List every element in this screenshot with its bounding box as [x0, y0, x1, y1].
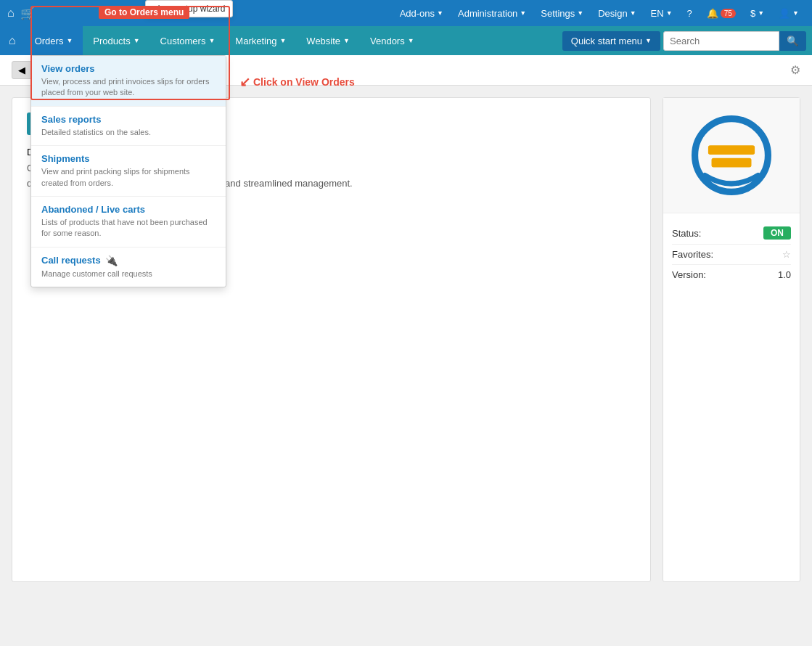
notifications-bell[interactable]: 🔔 75: [701, 5, 742, 22]
quick-start-chevron: ▼: [645, 37, 652, 44]
home-icon[interactable]: ⌂: [7, 7, 15, 20]
marketing-label: Marketing: [235, 36, 276, 46]
notification-badge: 75: [721, 9, 736, 18]
sidebar-panel: Status: ON Favorites: ☆ Version: 1.0: [663, 97, 800, 582]
home-button[interactable]: ⌂: [0, 26, 25, 55]
orders-menu-annotation-label: Go to Orders menu: [99, 6, 189, 19]
user-chevron: ▼: [792, 9, 799, 17]
click-annotation: ↙ Click on View Orders: [239, 74, 355, 90]
shipments-desc: View and print packing slips for shipmen…: [41, 166, 216, 189]
settings-label: Settings: [541, 8, 575, 19]
status-badge: ON: [763, 226, 791, 240]
administration-label: Administration: [458, 8, 517, 19]
abandoned-label: Abandoned / Live carts: [41, 204, 145, 215]
version-row: Version: 1.0: [672, 265, 791, 285]
back-icon: ◀: [18, 65, 25, 75]
nav-right: Quick start menu ▼ 🔍: [562, 26, 812, 55]
user-menu[interactable]: 👤 ▼: [773, 5, 805, 22]
nav-items: Orders ▼ Products ▼ Customers ▼ Marketin…: [25, 26, 562, 55]
abandoned-title: Abandoned / Live carts: [41, 204, 216, 215]
marketing-chevron: ▼: [279, 37, 286, 44]
search-box: 🔍: [663, 31, 806, 51]
view-orders-title: View orders: [41, 63, 216, 74]
addon-logo-svg: [692, 115, 771, 195]
customers-nav-item[interactable]: Customers ▼: [150, 26, 226, 55]
abandoned-carts-item[interactable]: Abandoned / Live carts Lists of products…: [31, 197, 226, 248]
addon-info: Status: ON Favorites: ☆ Version: 1.0: [663, 213, 800, 293]
svg-rect-2: [712, 158, 752, 168]
call-requests-item[interactable]: Call requests 🔌 Manage customer call req…: [31, 248, 226, 287]
help-icon[interactable]: ?: [681, 5, 698, 22]
orders-chevron: ▼: [66, 37, 73, 44]
quick-start-label: Quick start menu: [571, 36, 642, 46]
favorites-star-icon[interactable]: ☆: [782, 249, 791, 260]
marketing-nav-item[interactable]: Marketing ▼: [225, 26, 296, 55]
language-menu[interactable]: EN ▼: [645, 5, 678, 22]
main-nav: ⌂ Orders ▼ Products ▼ Customers ▼ Market…: [0, 26, 812, 55]
addon-logo-area: [663, 98, 800, 213]
cart-icon[interactable]: 🛒: [20, 7, 35, 20]
settings-menu[interactable]: Settings ▼: [535, 5, 589, 22]
shipments-item[interactable]: Shipments View and print packing slips f…: [31, 146, 226, 197]
abandoned-desc: Lists of products that have not been pur…: [41, 217, 216, 240]
version-label: Version:: [672, 269, 706, 280]
language-chevron: ▼: [666, 9, 673, 17]
view-orders-desc: View, process and print invoices slips f…: [41, 76, 216, 99]
addons-label: Add-ons: [400, 8, 435, 19]
products-label: Products: [93, 36, 130, 46]
currency-menu[interactable]: $ ▼: [745, 5, 770, 22]
plugin-icon: 🔌: [105, 255, 118, 266]
design-label: Design: [598, 8, 627, 19]
language-label: EN: [651, 8, 664, 19]
home-nav-icon: ⌂: [9, 34, 16, 47]
call-requests-title: Call requests 🔌: [41, 255, 216, 266]
products-nav-item[interactable]: Products ▼: [83, 26, 149, 55]
status-label: Status:: [672, 228, 701, 239]
customers-label: Customers: [160, 36, 206, 46]
favorites-row: Favorites: ☆: [672, 245, 791, 265]
svg-rect-1: [708, 145, 755, 155]
back-button[interactable]: ◀: [12, 61, 32, 79]
favorites-label: Favorites:: [672, 249, 713, 260]
sales-reports-title: Sales reports: [41, 114, 216, 125]
call-requests-label: Call requests: [41, 255, 101, 266]
design-menu[interactable]: Design ▼: [592, 5, 641, 22]
administration-menu[interactable]: Administration ▼: [452, 5, 532, 22]
top-nav: Add-ons ▼ Administration ▼ Settings ▼ De…: [394, 5, 805, 22]
customers-chevron: ▼: [208, 37, 215, 44]
vendors-label: Vendors: [370, 36, 405, 46]
addons-menu[interactable]: Add-ons ▼: [394, 5, 449, 22]
website-chevron: ▼: [343, 37, 350, 44]
shipments-title: Shipments: [41, 153, 216, 164]
shipments-label: Shipments: [41, 153, 89, 164]
version-value: 1.0: [778, 269, 791, 280]
search-input[interactable]: [663, 31, 779, 51]
orders-label: Orders: [35, 36, 64, 46]
click-annotation-label: Click on View Orders: [253, 76, 355, 88]
currency-label: $: [750, 8, 755, 19]
status-row: Status: ON: [672, 222, 791, 245]
search-button[interactable]: 🔍: [779, 31, 806, 51]
currency-chevron: ▼: [758, 9, 764, 17]
vendors-nav-item[interactable]: Vendors ▼: [360, 26, 425, 55]
sales-reports-desc: Detailed statistics on the sales.: [41, 127, 216, 138]
orders-nav-item[interactable]: Orders ▼: [25, 26, 83, 55]
annotation-arrow-icon: ↙: [239, 74, 250, 90]
vendors-chevron: ▼: [408, 37, 414, 44]
view-orders-label: View orders: [41, 63, 94, 74]
settings-gear-icon[interactable]: ⚙: [790, 63, 800, 77]
call-requests-desc: Manage customer call requests: [41, 269, 216, 279]
view-orders-item[interactable]: View orders View, process and print invo…: [31, 56, 226, 107]
website-nav-item[interactable]: Website ▼: [296, 26, 360, 55]
sales-reports-item[interactable]: Sales reports Detailed statistics on the…: [31, 107, 226, 146]
sales-reports-label: Sales reports: [41, 114, 101, 125]
orders-dropdown-menu: View orders View, process and print invo…: [30, 55, 226, 287]
addons-chevron: ▼: [437, 9, 443, 17]
quick-start-button[interactable]: Quick start menu ▼: [562, 31, 660, 51]
design-chevron: ▼: [630, 9, 636, 17]
website-label: Website: [306, 36, 340, 46]
administration-chevron: ▼: [520, 9, 526, 17]
settings-chevron: ▼: [577, 9, 583, 17]
products-chevron: ▼: [134, 37, 140, 44]
orders-menu-annotation-text: Go to Orders menu: [104, 7, 184, 17]
